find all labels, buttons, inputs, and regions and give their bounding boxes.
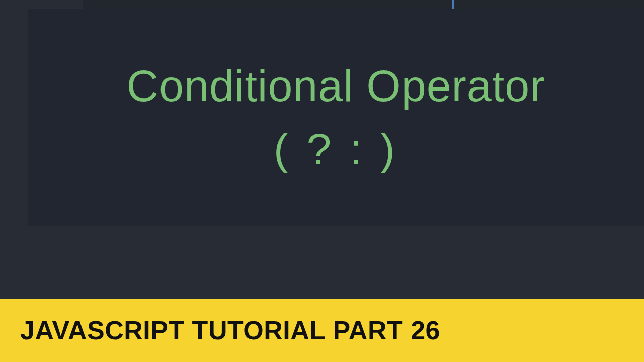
left-gutter: [0, 9, 28, 226]
heading-line-1: Conditional Operator: [126, 60, 545, 112]
top-accent-marker: [452, 0, 454, 9]
heading-line-2: ( ? : ): [274, 124, 398, 175]
title-banner: JAVASCRIPT TUTORIAL PART 26: [0, 299, 644, 362]
main-panel: Conditional Operator ( ? : ): [28, 9, 644, 226]
top-bar: [83, 0, 644, 9]
banner-text: JAVASCRIPT TUTORIAL PART 26: [20, 315, 440, 345]
